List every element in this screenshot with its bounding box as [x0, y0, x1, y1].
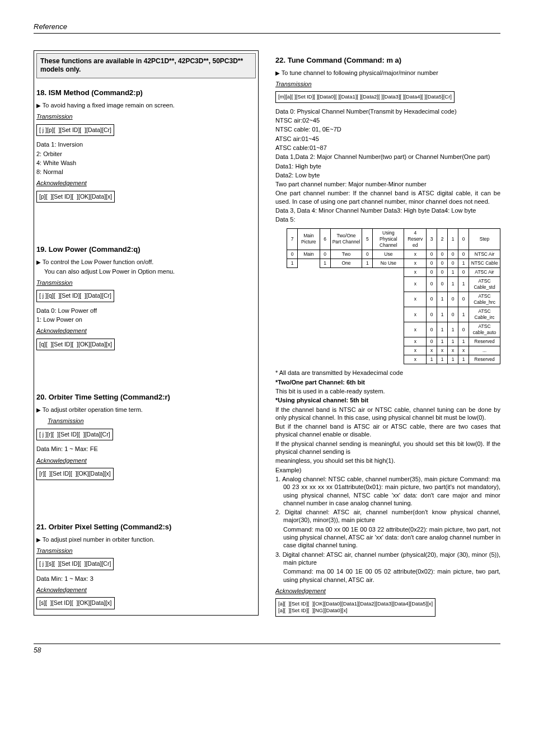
table-cell: [287, 267, 298, 276]
s20-ack-box: [r][ ][Set ID][ ][OK][Data][x]: [36, 468, 114, 480]
table-cell: 1: [437, 292, 448, 307]
table-cell: 1: [448, 337, 458, 346]
s22-ack-box: [a][ ][Set ID][ ][OK][Data0][Data1][Data…: [275, 598, 435, 617]
table-cell: 5: [362, 228, 373, 250]
table-cell: 2: [437, 228, 448, 250]
table-cell: NTSC Air: [469, 250, 500, 259]
table-cell: x: [404, 250, 427, 259]
table-cell: 0: [437, 259, 448, 267]
s22-data5: Data 5:: [275, 215, 500, 223]
table-cell: ATSC cable_auto: [469, 322, 500, 337]
table-cell: [330, 322, 362, 337]
table-cell: Main Picture: [298, 228, 320, 250]
table-cell: [287, 355, 298, 364]
s22-ack-h: Acknowledgement: [275, 587, 500, 595]
table-cell: [320, 292, 330, 307]
table-cell: 1: [448, 322, 458, 337]
ex3: 3. Digital channel: ATSC air, channel nu…: [275, 551, 500, 567]
s22-d0-4: ATSC cable:01~87: [275, 144, 500, 152]
table-cell: [330, 267, 362, 276]
s22-d12-3: Two part channel number: Major number-Mi…: [275, 180, 500, 188]
table-cell: 0: [320, 250, 330, 259]
s18-ack-box: [p][ ][Set ID][ ][OK][Data][x]: [36, 191, 115, 203]
table-cell: Main: [298, 250, 320, 259]
table-cell: 1: [362, 259, 373, 267]
table-cell: [287, 307, 298, 322]
s21-ack-h: Acknowledgement: [36, 586, 256, 594]
table-cell: [320, 276, 330, 292]
s22-d12-4: One part channel number: If the channel …: [275, 189, 500, 205]
table-cell: [362, 322, 373, 337]
s20-desc: To adjust orbiter operation time term.: [36, 406, 256, 414]
table-cell: 1: [448, 267, 458, 276]
table-cell: [298, 346, 320, 355]
table-cell: 1: [437, 355, 448, 364]
table-cell: [373, 322, 404, 337]
table-cell: 1: [458, 276, 469, 292]
s19-trans-h: Transmission: [36, 279, 256, 287]
table-cell: 4 Reserv ed: [404, 228, 427, 250]
s22-title: 22. Tune Command (Command: m a): [275, 56, 500, 65]
s19-desc2: You can also adjust Low Power in Option …: [44, 267, 256, 275]
ex1: 1. Analog channel: NTSC cable, channel n…: [275, 475, 500, 507]
table-cell: x: [458, 346, 469, 355]
right-column: 22. Tune Command (Command: m a) To tune …: [275, 50, 500, 627]
s18-title: 18. ISM Method (Command2:p): [36, 88, 256, 98]
table-cell: [362, 267, 373, 276]
s19-desc1: To control the Low Power function on/off…: [36, 258, 256, 266]
table-cell: [330, 307, 362, 322]
s21-trans-box: [ j ][s][ ][Set ID][ ][Data][Cr]: [36, 558, 114, 570]
table-cell: x: [404, 292, 427, 307]
table-cell: 1: [448, 355, 458, 364]
table-cell: x: [404, 259, 427, 267]
s21-title: 21. Orbiter Pixel Setting (Command2:s): [36, 523, 256, 532]
table-cell: 0: [427, 292, 437, 307]
table-cell: [362, 337, 373, 346]
table-cell: [373, 307, 404, 322]
note-phys1: If the channel band is NTSC air or NTSC …: [275, 406, 500, 422]
table-cell: [362, 346, 373, 355]
s21-desc: To adjust pixel number in orbiter functi…: [36, 536, 256, 543]
page-number: 58: [34, 644, 500, 655]
table-cell: 1: [320, 259, 330, 267]
table-cell: [298, 292, 320, 307]
table-cell: 1: [458, 337, 469, 346]
table-cell: No Use: [373, 259, 404, 267]
table-cell: 1: [437, 307, 448, 322]
table-cell: [320, 337, 330, 346]
s22-d0-3: ATSC air:01~45: [275, 135, 500, 143]
bit-table: 7Main Picture6Two/One Part Channel5Using…: [287, 228, 500, 365]
table-cell: [330, 276, 362, 292]
s22-data34: Data 3, Data 4: Minor Channel Number Dat…: [275, 206, 500, 214]
ex2: 2. Digital channel: ATSC air, channel nu…: [275, 508, 500, 524]
s18-d1: Data 1: Inversion: [36, 140, 256, 148]
table-cell: 3: [427, 228, 437, 250]
s22-trans-box: [m][a][ ][Set ID][ ][Data0][ ][Data1][ ]…: [275, 91, 455, 102]
table-cell: [330, 337, 362, 346]
table-cell: 0: [362, 250, 373, 259]
s22-d12-2: Data2: Low byte: [275, 171, 500, 179]
note-all: * All data are transmitted by Hexadecima…: [275, 369, 500, 377]
table-cell: [373, 355, 404, 364]
table-cell: [373, 292, 404, 307]
s18-d3: 4: White Wash: [36, 159, 256, 167]
table-cell: [287, 346, 298, 355]
table-cell: [298, 307, 320, 322]
s22-d0-1: NTSC air:02~45: [275, 116, 500, 124]
table-cell: x: [437, 346, 448, 355]
s20-ack-h: Acknowledgement: [36, 457, 256, 464]
note-two-h: *Two/One part Channel: 6th bit: [275, 378, 500, 386]
table-cell: x: [404, 267, 427, 276]
page-header: Reference: [34, 22, 500, 34]
table-cell: 1: [458, 259, 469, 267]
s18-d4: 8: Normal: [36, 168, 256, 176]
table-cell: [373, 267, 404, 276]
table-cell: 0: [458, 322, 469, 337]
table-cell: Two/One Part Channel: [330, 228, 362, 250]
s21-data: Data Min: 1 ~ Max: 3: [36, 575, 256, 583]
table-cell: [287, 322, 298, 337]
table-cell: [330, 346, 362, 355]
s20-trans-h: Transmission: [48, 417, 256, 425]
table-cell: Reserved: [469, 355, 500, 364]
s19-ack-h: Acknowledgement: [36, 327, 256, 335]
